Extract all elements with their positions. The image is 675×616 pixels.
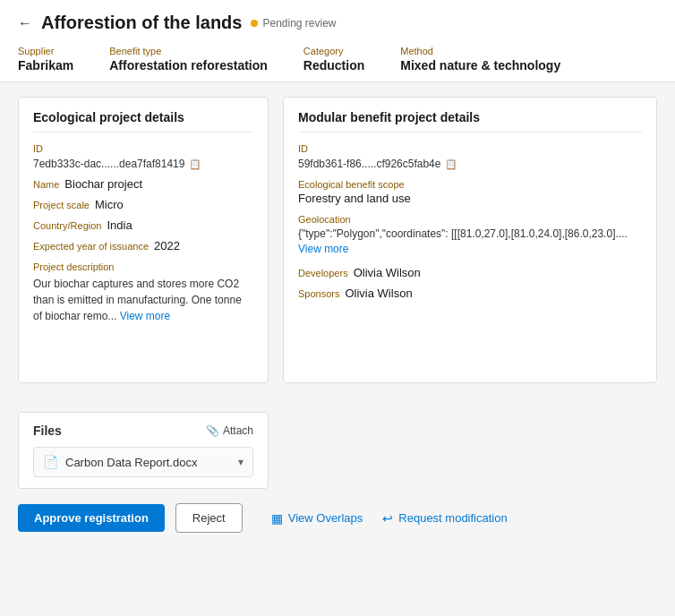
status-badge: Pending review: [251, 17, 336, 30]
eco-country-label: Country/Region: [33, 220, 101, 231]
eco-issuance-label: Expected year of issuance: [33, 241, 149, 252]
eco-issuance-value: 2022: [154, 239, 180, 252]
method-label: Method: [400, 46, 560, 56]
eco-scale-label: Project scale: [33, 200, 90, 210]
view-overlaps-button[interactable]: ▦ View Overlaps: [271, 511, 363, 526]
meta-category: Category Reduction: [303, 46, 364, 73]
file-info: 📄 Carbon Data Report.docx: [43, 455, 197, 469]
files-title: Files: [33, 424, 62, 438]
content-area: Ecological project details ID 7edb333c-d…: [0, 82, 675, 398]
mod-developers-value: Olivia Wilson: [354, 266, 421, 279]
eco-id-value: 7edb333c-dac......dea7faf81419 📋: [33, 158, 253, 170]
request-modification-button[interactable]: ↩ Request modification: [382, 511, 507, 526]
category-value: Reduction: [303, 58, 364, 73]
mod-sponsors-label: Sponsors: [298, 288, 339, 299]
meta-method: Method Mixed nature & technology: [400, 46, 560, 73]
modular-card-title: Modular benefit project details: [298, 110, 642, 133]
eco-view-more-link[interactable]: View more: [120, 310, 170, 322]
benefit-label: Benefit type: [109, 46, 268, 56]
status-dot-icon: [251, 20, 258, 27]
mod-id-value: 59fdb361-f86.....cf926c5fab4e 📋: [298, 158, 642, 170]
file-row: 📄 Carbon Data Report.docx ▾: [33, 447, 253, 477]
mod-scope-label: Ecological benefit scope: [298, 179, 642, 190]
files-section: Files 📎 Attach 📄 Carbon Data Report.docx…: [0, 398, 675, 489]
file-name: Carbon Data Report.docx: [65, 456, 197, 469]
mod-scope-value: Forestry and land use: [298, 192, 642, 205]
mod-sponsors-value: Olivia Wilson: [345, 287, 412, 300]
file-doc-icon: 📄: [43, 455, 58, 469]
ecological-card: Ecological project details ID 7edb333c-d…: [18, 97, 269, 383]
eco-id-copy-icon[interactable]: 📋: [189, 158, 201, 170]
method-value: Mixed nature & technology: [400, 58, 560, 73]
status-text: Pending review: [262, 17, 336, 30]
meta-row: Supplier Fabrikam Benefit type Afforesta…: [18, 42, 657, 73]
meta-supplier: Supplier Fabrikam: [18, 46, 73, 73]
eco-scale-value: Micro: [95, 198, 124, 211]
overlaps-icon: ▦: [271, 511, 283, 526]
modular-card: Modular benefit project details ID 59fdb…: [283, 97, 657, 383]
footer: Approve registration Reject ▦ View Overl…: [0, 489, 675, 547]
paperclip-icon: 📎: [206, 424, 219, 437]
chevron-down-icon[interactable]: ▾: [238, 456, 244, 468]
approve-button[interactable]: Approve registration: [18, 504, 165, 532]
mod-geo-view-more-link[interactable]: View more: [298, 243, 348, 255]
header: ← Afforestion of the lands Pending revie…: [0, 0, 675, 82]
mod-id-label: ID: [298, 143, 642, 154]
attach-label: Attach: [223, 424, 253, 437]
attach-button[interactable]: 📎 Attach: [206, 424, 253, 437]
category-label: Category: [303, 46, 364, 56]
modification-icon: ↩: [382, 511, 393, 526]
back-button[interactable]: ←: [18, 15, 32, 31]
meta-benefit: Benefit type Afforestation reforestation: [109, 46, 268, 73]
benefit-value: Afforestation reforestation: [109, 58, 268, 73]
files-card: Files 📎 Attach 📄 Carbon Data Report.docx…: [18, 412, 269, 489]
supplier-value: Fabrikam: [18, 58, 73, 73]
eco-id-label: ID: [33, 143, 253, 154]
eco-country-value: India: [107, 218, 132, 232]
mod-developers-label: Developers: [298, 268, 348, 278]
page-title: Afforestion of the lands: [41, 13, 242, 33]
eco-name-value: Biochar project: [64, 177, 142, 191]
eco-desc-text: Our biochar captures and stores more CO2…: [33, 276, 253, 324]
reject-button[interactable]: Reject: [175, 503, 243, 533]
eco-name-label: Name: [33, 179, 59, 190]
supplier-label: Supplier: [18, 46, 73, 56]
ecological-card-title: Ecological project details: [33, 110, 253, 133]
eco-desc-label: Project description: [33, 261, 253, 272]
mod-id-copy-icon[interactable]: 📋: [445, 158, 457, 170]
mod-geo-label: Geolocation: [298, 214, 642, 225]
mod-geo-text: {"type":"Polygon","coordinates": [[[81.0…: [298, 227, 642, 242]
